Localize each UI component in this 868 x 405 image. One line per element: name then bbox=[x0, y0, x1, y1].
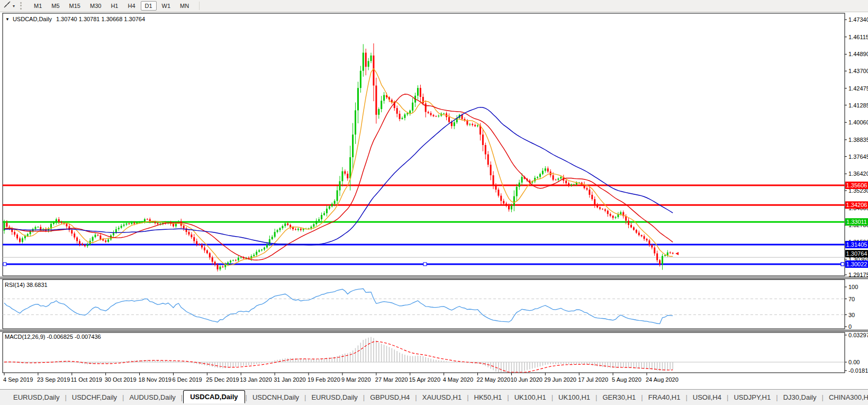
horizontal-lines[interactable] bbox=[3, 185, 845, 266]
line-selection-handle[interactable] bbox=[841, 263, 844, 266]
chart-tab-usdcad-daily[interactable]: USDCAD,Daily bbox=[183, 390, 245, 403]
chart-tab-usdcnh-daily[interactable]: USDCNH,Daily bbox=[248, 392, 304, 403]
chart-tab-uk100-h1[interactable]: UK100,H1 bbox=[554, 392, 595, 403]
chart-ohlc-values: 1.30740 1.30781 1.30668 1.30764 bbox=[56, 16, 145, 22]
svg-text:0: 0 bbox=[848, 323, 852, 330]
chart-tab-eurusd-daily[interactable]: EURUSD,Daily bbox=[306, 392, 362, 403]
tab-separator: | bbox=[181, 393, 183, 401]
svg-text:4 May 2020: 4 May 2020 bbox=[443, 376, 473, 383]
bottom-tab-bar: EURUSD,Daily|USDCHF,Daily|AUDUSD,Daily|U… bbox=[0, 389, 868, 405]
timeframe-button-mn[interactable]: MN bbox=[176, 1, 193, 11]
tab-separator: | bbox=[304, 393, 306, 401]
price-chart-svg: 1.473401.461151.448901.437001.424751.412… bbox=[0, 13, 868, 389]
svg-text:30 Oct 2019: 30 Oct 2019 bbox=[105, 376, 137, 383]
svg-text:19 Feb 2020: 19 Feb 2020 bbox=[308, 376, 340, 383]
last-price-marker bbox=[675, 252, 679, 255]
svg-text:1.37645: 1.37645 bbox=[848, 154, 868, 160]
date-axis: 4 Sep 201923 Sep 201911 Oct 201930 Oct 2… bbox=[3, 373, 679, 383]
timeframe-button-d1[interactable]: D1 bbox=[141, 1, 157, 11]
rsi-panel: 10070300 bbox=[3, 284, 858, 330]
tab-separator: | bbox=[507, 393, 509, 401]
chart-collapse-caret-icon[interactable]: ▼ bbox=[5, 17, 10, 22]
chart-tab-dj30-daily[interactable]: DJ30,Daily bbox=[779, 392, 821, 403]
top-toolbar: ▾ M1M5M15M30H1H4D1W1MN bbox=[0, 0, 868, 12]
chart-tab-audusd-daily[interactable]: AUDUSD,Daily bbox=[124, 392, 180, 403]
svg-text:-0.018154: -0.018154 bbox=[848, 367, 868, 374]
chart-symbol-label: USDCAD,Daily bbox=[13, 16, 52, 22]
rsi-line bbox=[4, 289, 673, 323]
svg-text:13 Jan 2020: 13 Jan 2020 bbox=[240, 376, 272, 383]
timeframe-button-h1[interactable]: H1 bbox=[106, 1, 122, 11]
tool-dropdown-caret-icon[interactable]: ▾ bbox=[13, 4, 15, 8]
rsi-indicator-label: RSI(14) 38.6831 bbox=[5, 282, 48, 288]
timeframe-button-m5[interactable]: M5 bbox=[47, 1, 64, 11]
tab-separator: | bbox=[776, 393, 777, 401]
chart-tab-uk100-h1[interactable]: UK100,H1 bbox=[510, 392, 551, 403]
svg-text:23 Sep 2019: 23 Sep 2019 bbox=[37, 376, 70, 383]
chart-tab-xauusd-h1[interactable]: XAUUSD,H1 bbox=[418, 392, 466, 403]
svg-text:1.47340: 1.47340 bbox=[848, 16, 868, 23]
svg-text:1.38835: 1.38835 bbox=[848, 137, 868, 143]
chart-tab-fra40-h1[interactable]: FRA40,H1 bbox=[644, 392, 685, 403]
svg-text:1.31405: 1.31405 bbox=[846, 241, 867, 248]
svg-text:0.032972: 0.032972 bbox=[848, 332, 868, 338]
timeframe-button-w1[interactable]: W1 bbox=[158, 1, 175, 11]
line-selection-handle[interactable] bbox=[423, 263, 427, 266]
timeframe-button-m30[interactable]: M30 bbox=[86, 1, 105, 11]
tab-separator: | bbox=[685, 393, 687, 401]
timeframe-button-m15[interactable]: M15 bbox=[65, 1, 85, 11]
draw-tool-button[interactable]: ▾ bbox=[2, 0, 16, 12]
svg-text:4 Sep 2019: 4 Sep 2019 bbox=[3, 376, 33, 383]
timeframe-toolbar: M1M5M15M30H1H4D1W1MN bbox=[29, 1, 194, 11]
svg-text:10 Jun 2020: 10 Jun 2020 bbox=[510, 376, 542, 383]
tab-separator: | bbox=[727, 393, 728, 401]
svg-text:25 Dec 2019: 25 Dec 2019 bbox=[206, 376, 239, 383]
svg-text:1.35606: 1.35606 bbox=[846, 182, 867, 188]
tab-separator: | bbox=[551, 393, 553, 401]
svg-text:70: 70 bbox=[848, 296, 855, 302]
line-selection-handle[interactable] bbox=[3, 263, 6, 266]
svg-text:30: 30 bbox=[848, 312, 855, 318]
svg-text:1.29175: 1.29175 bbox=[848, 272, 868, 278]
timeframe-button-m1[interactable]: M1 bbox=[30, 1, 46, 11]
svg-text:31 Jan 2020: 31 Jan 2020 bbox=[274, 376, 306, 383]
svg-text:1.33011: 1.33011 bbox=[846, 219, 867, 225]
svg-text:9 Mar 2020: 9 Mar 2020 bbox=[341, 376, 371, 383]
chart-tab-china300-h1[interactable]: CHINA300,H1 bbox=[824, 392, 868, 403]
tab-separator: | bbox=[415, 393, 417, 401]
svg-text:1.42475: 1.42475 bbox=[848, 85, 868, 92]
moving-average-7 bbox=[4, 69, 673, 265]
chart-tab-gbpusd-h4[interactable]: GBPUSD,H4 bbox=[365, 392, 414, 403]
tab-separator: | bbox=[821, 393, 823, 401]
chart-window: 1.473401.461151.448901.437001.424751.412… bbox=[0, 13, 868, 389]
svg-text:1.30764: 1.30764 bbox=[846, 250, 867, 257]
svg-text:1.30022: 1.30022 bbox=[846, 261, 867, 267]
tab-separator: | bbox=[246, 393, 247, 401]
tab-separator: | bbox=[65, 393, 66, 401]
svg-text:1.44890: 1.44890 bbox=[848, 51, 868, 57]
moving-average-50 bbox=[4, 107, 673, 245]
svg-text:100: 100 bbox=[848, 284, 858, 290]
mt4-window: { "toolbar": { "timeframes": ["M1","M5",… bbox=[0, 0, 868, 405]
chart-tab-eurusd-daily[interactable]: EURUSD,Daily bbox=[8, 392, 64, 403]
panel-frames bbox=[0, 13, 868, 373]
chart-tabs: EURUSD,Daily|USDCHF,Daily|AUDUSD,Daily|U… bbox=[8, 391, 868, 403]
chart-tab-hk50-h1[interactable]: HK50,H1 bbox=[469, 392, 507, 403]
svg-text:22 May 2020: 22 May 2020 bbox=[477, 376, 511, 383]
svg-text:1.41285: 1.41285 bbox=[848, 102, 868, 109]
svg-text:6 Dec 2019: 6 Dec 2019 bbox=[172, 376, 202, 383]
svg-text:1.34206: 1.34206 bbox=[846, 202, 867, 208]
tab-separator: | bbox=[641, 393, 643, 401]
chart-tab-usdchf-daily[interactable]: USDCHF,Daily bbox=[67, 392, 122, 403]
timeframe-button-h4[interactable]: H4 bbox=[123, 1, 139, 11]
svg-text:18 Nov 2019: 18 Nov 2019 bbox=[139, 376, 171, 383]
chart-title: ▼ USDCAD,Daily 1.30740 1.30781 1.30668 1… bbox=[5, 16, 145, 22]
chart-tab-ger30-h1[interactable]: GER30,H1 bbox=[598, 392, 640, 403]
toolbar-grip[interactable] bbox=[20, 2, 24, 10]
chart-tab-usdjpy-h1[interactable]: USDJPY,H1 bbox=[729, 392, 775, 403]
svg-text:1.36420: 1.36420 bbox=[848, 170, 868, 177]
tab-separator: | bbox=[122, 393, 124, 401]
chart-tab-usoil-h4[interactable]: USOil,H4 bbox=[688, 392, 726, 403]
toolbar-separator bbox=[199, 2, 200, 10]
svg-text:27 Mar 2020: 27 Mar 2020 bbox=[375, 376, 408, 383]
